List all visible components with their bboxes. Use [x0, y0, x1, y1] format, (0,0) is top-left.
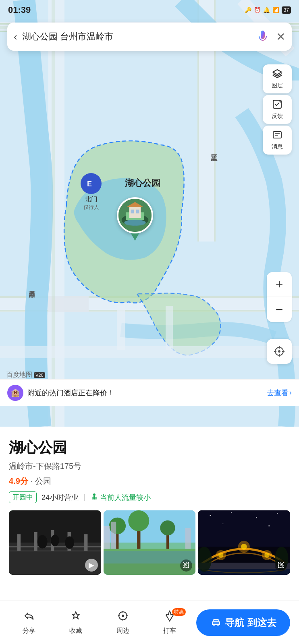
svg-rect-67: [111, 522, 116, 549]
zoom-in-button[interactable]: +: [267, 272, 292, 297]
business-hours: 24小时营业: [42, 493, 79, 502]
crowd-icon: [90, 492, 98, 502]
key-icon: 🔑: [245, 7, 251, 13]
mic-button[interactable]: [254, 28, 271, 45]
place-rating-row: 4.9分 · 公园: [9, 476, 290, 487]
svg-point-56: [65, 536, 74, 549]
north-gate-marker: E 北门 仅行人: [81, 173, 102, 211]
map-area[interactable]: 01:39 🔑 ⏰ 🔔 📶 37 ‹ 湖心公园 台州市温岭市: [0, 0, 299, 427]
rating-score: 4.9分: [9, 477, 28, 485]
svg-point-83: [277, 513, 278, 514]
svg-rect-44: [95, 497, 97, 500]
status-bar: 01:39 🔑 ⏰ 🔔 📶 37: [0, 0, 299, 20]
svg-point-94: [213, 623, 215, 625]
svg-point-95: [217, 623, 219, 625]
svg-text:E: E: [87, 180, 92, 188]
park-location-pin[interactable]: [117, 197, 153, 241]
search-bar: ‹ 湖心公园 台州市温岭市 ✕: [7, 23, 292, 51]
nav-label: 导航: [225, 616, 244, 629]
svg-rect-25: [131, 210, 134, 214]
status-icons: 🔑 ⏰ 🔔 📶 37: [245, 6, 291, 14]
nearby-icon: [117, 610, 129, 625]
layers-button[interactable]: 图层: [263, 64, 292, 93]
place-address: 温岭市-下保路175号: [9, 461, 290, 472]
photo-item-2[interactable]: 🖼: [104, 510, 196, 575]
svg-rect-14: [52, 0, 55, 427]
svg-point-36: [278, 350, 280, 353]
feedback-button[interactable]: 反馈: [263, 95, 292, 124]
bottom-action-bar: 分享 收藏 周边 特惠 打车: [0, 601, 299, 644]
nearby-button[interactable]: 周边: [100, 610, 146, 635]
baidu-logo: 百度地图 V20: [6, 371, 45, 379]
svg-rect-49: [17, 534, 21, 551]
zoom-controls: + −: [267, 272, 292, 322]
svg-rect-15: [0, 346, 299, 358]
photo-item-3[interactable]: 🖼: [198, 510, 290, 575]
zoom-out-button[interactable]: −: [267, 297, 292, 322]
svg-point-55: [51, 535, 59, 546]
hotel-promo-banner[interactable]: 🏨 附近的热门酒店正在降价！ 去查看 ›: [0, 379, 299, 406]
svg-rect-50: [34, 532, 37, 551]
collect-label: 收藏: [69, 627, 82, 635]
svg-rect-53: [84, 534, 87, 551]
taxi-button[interactable]: 特惠 打车: [146, 610, 193, 635]
hotel-promo-link[interactable]: 去查看 ›: [267, 388, 292, 398]
park-pin-tail: [131, 233, 139, 241]
collect-icon: [70, 610, 82, 625]
rating-type: 公园: [35, 477, 51, 485]
share-label: 分享: [23, 627, 35, 635]
svg-point-41: [93, 493, 96, 496]
go-label: 到这去: [247, 616, 276, 629]
svg-point-82: [256, 517, 257, 518]
svg-point-89: [122, 615, 124, 617]
my-location-button[interactable]: [267, 339, 292, 364]
message-label: 消息: [272, 143, 283, 151]
svg-point-63: [128, 510, 149, 531]
navigate-button[interactable]: 导航 到这去: [196, 609, 290, 636]
svg-rect-32: [273, 132, 281, 138]
svg-point-76: [241, 544, 247, 550]
taxi-label: 打车: [163, 627, 176, 635]
layers-icon: [272, 68, 282, 81]
message-button[interactable]: 消息: [263, 126, 292, 155]
photo-item-1[interactable]: ▶: [9, 510, 101, 575]
svg-point-85: [268, 525, 270, 526]
place-info-panel: 湖心公园 温岭市-下保路175号 4.9分 · 公园 开园中 24小时营业 | …: [0, 427, 299, 581]
back-button[interactable]: ‹: [14, 31, 17, 43]
nearby-label: 周边: [116, 627, 129, 635]
photo-gallery-icon-2: 🖼: [275, 559, 287, 572]
svg-rect-43: [93, 496, 95, 500]
north-gate-sublabel: 仅行人: [81, 204, 102, 211]
video-play-icon: ▶: [85, 559, 98, 572]
svg-point-80: [210, 515, 211, 516]
battery-level: 37: [282, 6, 291, 14]
feedback-label: 反馈: [272, 113, 283, 120]
svg-point-74: [218, 553, 223, 557]
hotel-link-text: 去查看: [267, 388, 289, 398]
status-divider: |: [83, 493, 85, 502]
svg-rect-68: [185, 528, 191, 549]
map-controls: 图层 反馈 消息: [263, 64, 292, 155]
svg-point-28: [124, 219, 145, 225]
close-button[interactable]: ✕: [276, 30, 285, 43]
park-name-label: 湖心公园: [125, 177, 160, 189]
svg-rect-42: [92, 497, 93, 500]
nav-car-icon: [210, 616, 222, 630]
bell-icon: 🔔: [263, 7, 270, 13]
baidu-text: 百度地图: [6, 371, 32, 379]
baidu-version: V20: [34, 372, 45, 378]
svg-point-54: [37, 535, 48, 548]
search-query[interactable]: 湖心公园 台州市温岭市: [22, 31, 249, 43]
svg-marker-29: [273, 70, 282, 74]
share-button[interactable]: 分享: [6, 610, 52, 635]
status-time: 01:39: [8, 5, 31, 15]
north-gate-icon: E: [81, 173, 102, 194]
svg-point-81: [231, 512, 232, 513]
svg-point-84: [223, 523, 224, 524]
photos-row[interactable]: ▶: [9, 510, 290, 581]
hotel-promo-icon: 🏨: [7, 385, 23, 401]
collect-button[interactable]: 收藏: [52, 610, 99, 635]
share-icon: [23, 610, 35, 625]
place-name: 湖心公园: [9, 438, 290, 458]
hotel-promo-text: 附近的热门酒店正在降价！: [27, 388, 263, 398]
